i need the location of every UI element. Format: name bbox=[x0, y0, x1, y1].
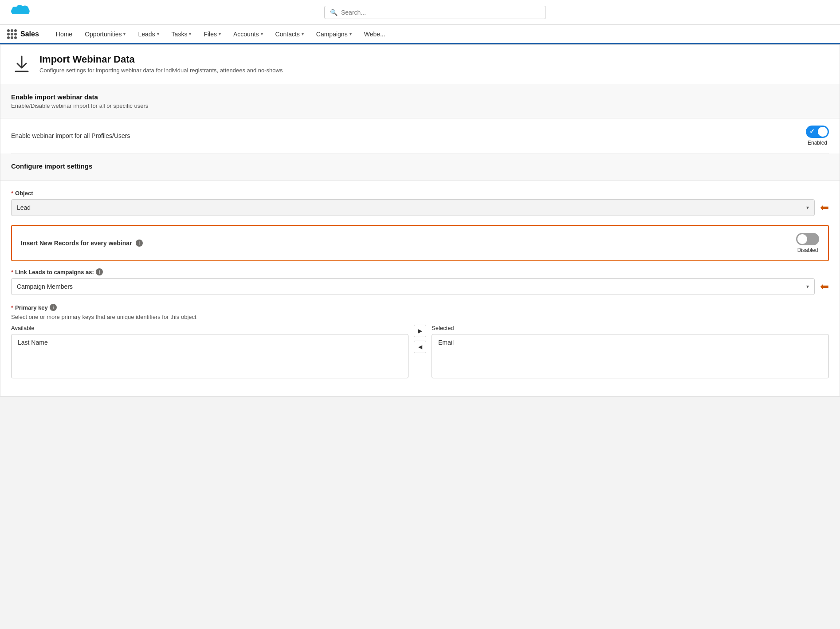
chevron-down-icon: ▾ bbox=[219, 31, 221, 36]
primary-key-field-label: * Primary key i bbox=[11, 304, 829, 311]
toggle-check-icon: ✓ bbox=[809, 128, 815, 135]
nav-item-opportunities[interactable]: Opportunities ▾ bbox=[79, 25, 132, 44]
form-section: * Object Lead ▾ ⬅ Insert New Records for… bbox=[0, 190, 840, 396]
nav-label-tasks: Tasks bbox=[172, 31, 188, 38]
insert-records-row: Insert New Records for every webinar i D… bbox=[11, 225, 829, 261]
nav-item-tasks[interactable]: Tasks ▾ bbox=[165, 25, 198, 44]
primary-key-label-text: Primary key bbox=[15, 304, 48, 311]
link-leads-info-icon[interactable]: i bbox=[96, 268, 103, 275]
insert-records-label-area: Insert New Records for every webinar i bbox=[21, 240, 143, 247]
insert-records-toggle-knob bbox=[797, 234, 807, 244]
insert-records-toggle-label: Disabled bbox=[797, 247, 818, 253]
move-left-button[interactable]: ◀ bbox=[414, 341, 426, 353]
page-header: Import Webinar Data Configure settings f… bbox=[0, 45, 840, 84]
chevron-down-icon: ▾ bbox=[302, 31, 304, 36]
enable-section: Enable import webinar data Enable/Disabl… bbox=[0, 84, 840, 118]
page-icon bbox=[11, 54, 32, 75]
enable-profiles-label: Enable webinar import for all Profiles/U… bbox=[11, 132, 130, 139]
insert-records-toggle-container: Disabled bbox=[796, 233, 819, 253]
primary-key-info-icon[interactable]: i bbox=[50, 304, 57, 311]
chevron-down-icon: ▾ bbox=[189, 31, 191, 36]
chevron-down-icon: ▾ bbox=[261, 31, 263, 36]
primary-key-field: * Primary key i Select one or more prima… bbox=[11, 304, 829, 378]
link-leads-select[interactable]: Campaign Members bbox=[12, 279, 814, 295]
search-box[interactable]: 🔍 bbox=[324, 6, 546, 19]
link-leads-arrow-annotation: ⬅ bbox=[820, 280, 829, 293]
nav-item-contacts[interactable]: Contacts ▾ bbox=[269, 25, 310, 44]
toggle-knob bbox=[818, 127, 828, 137]
object-field: * Object Lead ▾ ⬅ bbox=[11, 190, 829, 216]
object-select-wrapper: Lead ▾ bbox=[11, 199, 815, 216]
link-leads-field-label: * Link Leads to campaigns as: i bbox=[11, 268, 829, 275]
object-field-label: * Object bbox=[11, 190, 829, 197]
nav-label-campaigns: Campaigns bbox=[316, 31, 348, 38]
page-title: Import Webinar Data bbox=[39, 54, 283, 65]
enable-section-title: Enable import webinar data bbox=[11, 93, 829, 101]
required-star-3: * bbox=[11, 304, 13, 311]
nav-item-accounts[interactable]: Accounts ▾ bbox=[227, 25, 269, 44]
available-list: Last Name bbox=[11, 334, 408, 378]
chevron-down-icon: ▾ bbox=[349, 31, 352, 36]
selected-label: Selected bbox=[432, 325, 829, 331]
nav-label-leads: Leads bbox=[138, 31, 155, 38]
nav-bar: Sales Home Opportunities ▾ Leads ▾ Tasks… bbox=[0, 25, 840, 44]
nav-item-campaigns[interactable]: Campaigns ▾ bbox=[310, 25, 358, 44]
selected-item-email: Email bbox=[432, 334, 828, 350]
link-leads-label-text: Link Leads to campaigns as: bbox=[15, 269, 94, 275]
available-label: Available bbox=[11, 325, 408, 331]
enable-profiles-row: Enable webinar import for all Profiles/U… bbox=[11, 118, 829, 153]
enable-section-subtitle: Enable/Disable webinar import for all or… bbox=[11, 102, 829, 109]
nav-item-home[interactable]: Home bbox=[50, 25, 79, 44]
nav-item-leads[interactable]: Leads ▾ bbox=[132, 25, 165, 44]
main-content: Import Webinar Data Configure settings f… bbox=[0, 44, 840, 397]
nav-label-contacts: Contacts bbox=[275, 31, 300, 38]
nav-label-home: Home bbox=[56, 31, 72, 38]
salesforce-logo bbox=[7, 4, 30, 21]
configure-section-title: Configure import settings bbox=[11, 162, 829, 170]
import-icon bbox=[12, 55, 31, 74]
insert-records-info-icon[interactable]: i bbox=[136, 240, 143, 247]
app-launcher-grid-icon bbox=[7, 29, 17, 39]
insert-records-label: Insert New Records for every webinar bbox=[21, 240, 132, 247]
page-header-text: Import Webinar Data Configure settings f… bbox=[39, 54, 283, 74]
list-controls: ▶ ◀ bbox=[408, 325, 432, 353]
nav-label-accounts: Accounts bbox=[233, 31, 259, 38]
selected-list: Email bbox=[432, 334, 829, 378]
enable-toggle-container: ✓ Enabled bbox=[806, 126, 829, 146]
search-area: 🔍 bbox=[37, 6, 833, 19]
insert-records-label-text: Insert New Records for every webinar bbox=[21, 240, 132, 247]
chevron-down-icon: ▾ bbox=[157, 31, 159, 36]
nav-label-webex: Webe... bbox=[364, 31, 385, 38]
nav-label-files: Files bbox=[204, 31, 217, 38]
primary-key-subtitle: Select one or more primary keys that are… bbox=[11, 314, 829, 320]
search-icon: 🔍 bbox=[330, 9, 338, 16]
move-right-button[interactable]: ▶ bbox=[414, 325, 426, 337]
configure-section: Configure import settings bbox=[0, 153, 840, 181]
required-star: * bbox=[11, 190, 13, 197]
nav-label-opportunities: Opportunities bbox=[85, 31, 122, 38]
link-leads-field: * Link Leads to campaigns as: i Campaign… bbox=[11, 268, 829, 295]
required-star-2: * bbox=[11, 269, 13, 275]
chevron-down-icon: ▾ bbox=[123, 31, 126, 36]
object-select[interactable]: Lead bbox=[12, 200, 814, 216]
object-label-text: Object bbox=[15, 190, 33, 197]
app-launcher[interactable]: Sales bbox=[7, 29, 39, 39]
available-item-lastname: Last Name bbox=[12, 334, 408, 350]
enable-toggle[interactable]: ✓ bbox=[806, 126, 829, 138]
insert-records-toggle[interactable] bbox=[796, 233, 819, 245]
dual-list-container: Available Last Name ▶ ◀ Selected Email bbox=[11, 325, 829, 378]
top-bar: 🔍 bbox=[0, 0, 840, 25]
page-subtitle: Configure settings for importing webinar… bbox=[39, 67, 283, 74]
link-leads-select-wrapper: Campaign Members ▾ bbox=[11, 278, 815, 295]
search-input[interactable] bbox=[341, 9, 540, 16]
app-name: Sales bbox=[20, 30, 39, 38]
enable-toggle-label: Enabled bbox=[808, 140, 827, 146]
nav-item-files[interactable]: Files ▾ bbox=[197, 25, 227, 44]
nav-item-webex[interactable]: Webe... bbox=[358, 25, 392, 44]
object-arrow-annotation: ⬅ bbox=[820, 201, 829, 214]
